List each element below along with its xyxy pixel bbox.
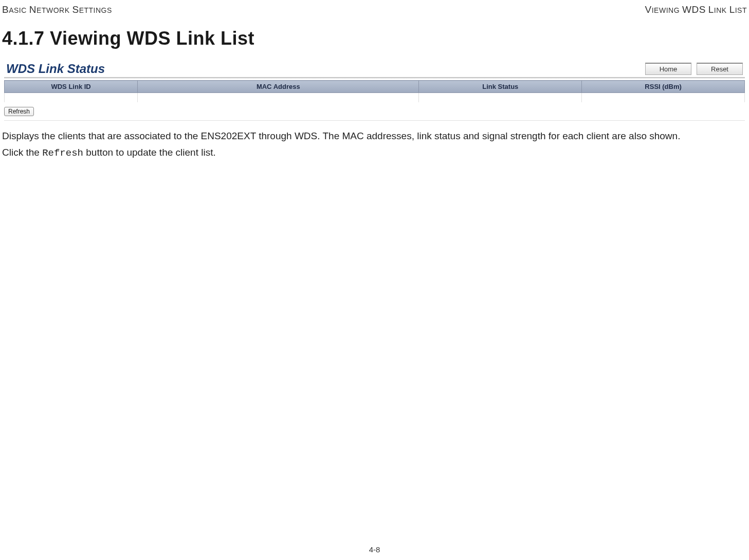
p2-prefix: Click the — [2, 147, 42, 158]
col-header-mac: MAC Address — [138, 81, 419, 93]
running-header: Basic Network Settings Viewing WDS Link … — [0, 0, 749, 17]
col-header-rssi: RSSI (dBm) — [582, 81, 745, 93]
refresh-row: Refresh — [4, 105, 745, 121]
header-button-group: Home Reset — [645, 63, 743, 76]
header-left: Basic Network Settings — [2, 4, 112, 15]
page-number: 4-8 — [369, 545, 380, 554]
cell-empty — [419, 93, 582, 102]
section-number: 4.1.7 — [2, 28, 45, 49]
wds-link-table: WDS Link ID MAC Address Link Status RSSI… — [4, 80, 745, 102]
cell-empty — [582, 93, 745, 102]
header-right: Viewing WDS Link List — [645, 4, 747, 15]
home-button[interactable]: Home — [645, 63, 691, 75]
section-title: Viewing WDS Link List — [50, 28, 254, 49]
refresh-button[interactable]: Refresh — [4, 107, 34, 116]
page-footer: 4-8 — [0, 545, 749, 554]
section-heading: 4.1.7 Viewing WDS Link List — [0, 17, 749, 59]
table-row — [5, 93, 745, 102]
cell-empty — [138, 93, 419, 102]
reset-button[interactable]: Reset — [697, 63, 743, 75]
paragraph-1: Displays the clients that are associated… — [2, 130, 747, 143]
paragraph-2: Click the Refresh button to update the c… — [2, 146, 747, 160]
header-divider — [4, 77, 745, 79]
cell-empty — [5, 93, 138, 102]
refresh-code: Refresh — [42, 147, 83, 159]
wds-table-container: WDS Link ID MAC Address Link Status RSSI… — [4, 80, 745, 102]
col-header-id: WDS Link ID — [5, 81, 138, 93]
panel-header: WDS Link Status Home Reset — [2, 59, 747, 77]
p2-suffix: button to update the client list. — [83, 147, 216, 158]
body-text: Displays the clients that are associated… — [0, 125, 749, 160]
embedded-screenshot: WDS Link Status Home Reset WDS Link ID M… — [2, 59, 747, 121]
panel-title: WDS Link Status — [6, 62, 105, 76]
col-header-status: Link Status — [419, 81, 582, 93]
table-header-row: WDS Link ID MAC Address Link Status RSSI… — [5, 81, 745, 93]
